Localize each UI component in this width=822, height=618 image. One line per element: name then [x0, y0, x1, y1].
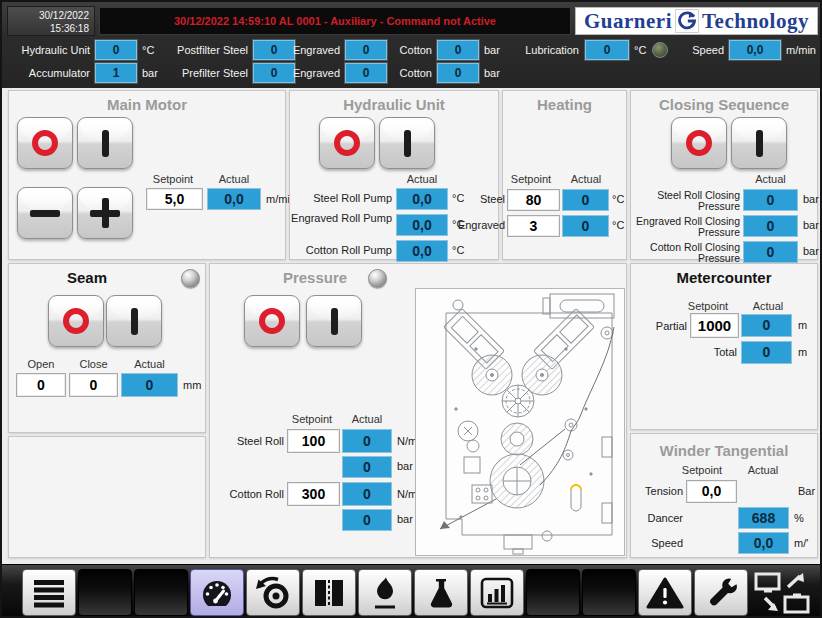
pressure-setpoint-label: Setpoint	[282, 413, 342, 425]
postfilter-steel-label: Postfilter Steel	[152, 40, 248, 60]
dashboard-button[interactable]	[190, 569, 244, 616]
steel-closing-pressure-value: 0	[743, 189, 798, 211]
start-i-icon	[756, 130, 763, 157]
cotton-bottom-label: Cotton	[390, 63, 432, 83]
logo-g-icon	[675, 9, 699, 33]
cotton-top-label: Cotton	[390, 40, 432, 60]
chemistry-page-button[interactable]	[414, 569, 468, 616]
pressure-steel-actual-force: 0	[342, 429, 392, 453]
pressure-cotton-setpoint-field[interactable]: 300	[287, 482, 340, 506]
alarms-button[interactable]	[638, 569, 692, 616]
seam-open-field[interactable]: 0	[16, 373, 66, 397]
winder-page-button[interactable]	[246, 569, 300, 616]
heating-steel-label: Steel	[455, 193, 505, 205]
winder-speed-unit: m/'	[794, 537, 808, 549]
main-motor-increase-button[interactable]	[77, 187, 133, 239]
main-motor-setpoint-label: Setpoint	[141, 173, 205, 185]
main-motor-start-button[interactable]	[77, 117, 133, 169]
pressure-led-indicator	[368, 269, 387, 288]
winder-tension-setpoint-field[interactable]: 0,0	[686, 480, 737, 503]
lubrication-value: 0	[585, 40, 629, 60]
main-motor-actual-label: Actual	[207, 173, 261, 185]
pressure-title: Pressure	[210, 269, 420, 286]
heating-steel-setpoint-field[interactable]: 80	[507, 189, 560, 211]
metercounter-partial-unit: m	[798, 319, 807, 331]
engraved-bottom-value: 0	[345, 63, 387, 83]
main-motor-stop-button[interactable]	[17, 117, 73, 169]
speed-value: 0,0	[729, 40, 781, 60]
menu-button[interactable]	[22, 569, 76, 616]
pressure-steel-bar-unit: bar	[397, 460, 413, 472]
maintenance-button[interactable]	[694, 569, 748, 616]
metercounter-title: Metercounter	[631, 269, 817, 286]
winder-dancer-actual: 688	[738, 507, 789, 529]
winder-tension-label: Tension	[631, 485, 683, 497]
cotton-closing-pressure-unit: bar	[803, 245, 819, 257]
winder-setpoint-label: Setpoint	[673, 464, 731, 476]
rolls-icon	[311, 577, 347, 609]
metercounter-total-unit: m	[798, 346, 807, 358]
hmi-screen: 30/12/2022 15:36:18 30/12/2022 14:59:10 …	[0, 0, 822, 618]
steel-closing-pressure-label: Steel Roll Closing Pressure	[631, 190, 740, 212]
logo-text-left: Guarneri	[584, 9, 672, 34]
winder-speed-label: Speed	[631, 537, 683, 549]
toolbar-empty-slot-4	[582, 569, 636, 616]
main-motor-setpoint-field[interactable]: 5,0	[146, 188, 203, 210]
engraved-bottom-label: Engraved	[290, 63, 340, 83]
steel-roll-pump-label: Steel Roll Pump	[290, 192, 392, 204]
pressure-steel-actual-bar: 0	[342, 456, 392, 478]
metercounter-partial-setpoint-field[interactable]: 1000	[690, 313, 739, 338]
empty-panel	[8, 436, 206, 558]
pressure-actual-label: Actual	[342, 413, 392, 425]
hydraulic-actual-label: Actual	[394, 173, 450, 185]
heating-page-button[interactable]	[358, 569, 412, 616]
prefilter-steel-label: Prefilter Steel	[152, 63, 248, 83]
pressure-stop-button[interactable]	[244, 295, 300, 347]
plus-icon	[90, 198, 120, 228]
winder-tangential-panel: Winder Tangential Setpoint Actual Tensio…	[630, 433, 818, 558]
stop-o-icon	[259, 308, 285, 334]
rolls-page-button[interactable]	[302, 569, 356, 616]
metercounter-panel: Metercounter Setpoint Actual Partial 100…	[630, 263, 818, 430]
seam-actual-field: 0	[121, 373, 178, 397]
hydraulic-start-button[interactable]	[379, 117, 435, 169]
screen-switch-button[interactable]	[750, 569, 814, 616]
heating-engraved-setpoint-field[interactable]: 3	[507, 215, 560, 237]
datetime-display: 30/12/2022 15:36:18	[7, 6, 95, 36]
pressure-steel-setpoint-field[interactable]: 100	[287, 429, 340, 453]
cotton-top-value: 0	[437, 40, 479, 60]
seam-close-label: Close	[69, 358, 118, 370]
hydraulic-unit-label: Hydraulic Unit	[4, 40, 90, 60]
seam-start-button[interactable]	[106, 295, 162, 347]
closing-start-button[interactable]	[731, 117, 787, 169]
seam-close-field[interactable]: 0	[69, 373, 118, 397]
metercounter-setpoint-label: Setpoint	[679, 300, 737, 312]
main-motor-title: Main Motor	[9, 96, 285, 113]
metercounter-total-actual: 0	[741, 341, 792, 364]
heating-setpoint-label: Setpoint	[505, 173, 557, 185]
metercounter-actual-label: Actual	[743, 300, 793, 312]
seam-stop-button[interactable]	[48, 295, 104, 347]
alarm-banner: 30/12/2022 14:59:10 AL 0001 - Auxiliary …	[99, 7, 571, 35]
lubrication-unit: °C	[634, 40, 646, 60]
metercounter-partial-actual: 0	[741, 314, 792, 337]
closing-stop-button[interactable]	[671, 117, 727, 169]
engraved-top-value: 0	[345, 40, 387, 60]
pressure-cotton-roll-label: Cotton Roll	[210, 488, 284, 500]
hydraulic-unit-title: Hydraulic Unit	[290, 96, 498, 113]
reports-page-button[interactable]	[470, 569, 524, 616]
stop-o-icon	[32, 130, 58, 156]
toolbar-empty-slot-1	[78, 569, 132, 616]
pressure-panel: Pressure Setpoint Actual Steel Roll 100 …	[209, 263, 627, 558]
pressure-cotton-actual-force: 0	[342, 482, 392, 506]
hydraulic-stop-button[interactable]	[319, 117, 375, 169]
winder-speed-actual: 0,0	[738, 532, 789, 554]
pressure-start-button[interactable]	[306, 295, 362, 347]
machine-diagram	[415, 288, 625, 556]
engraved-closing-pressure-label: Engraved Roll Closing Pressure	[631, 216, 740, 238]
stop-o-icon	[686, 130, 712, 156]
main-motor-decrease-button[interactable]	[17, 187, 73, 239]
heating-panel: Heating Setpoint Actual Steel 80 0 °C En…	[502, 90, 627, 260]
cotton-closing-pressure-value: 0	[743, 241, 798, 263]
speed-label: Speed	[662, 40, 724, 60]
